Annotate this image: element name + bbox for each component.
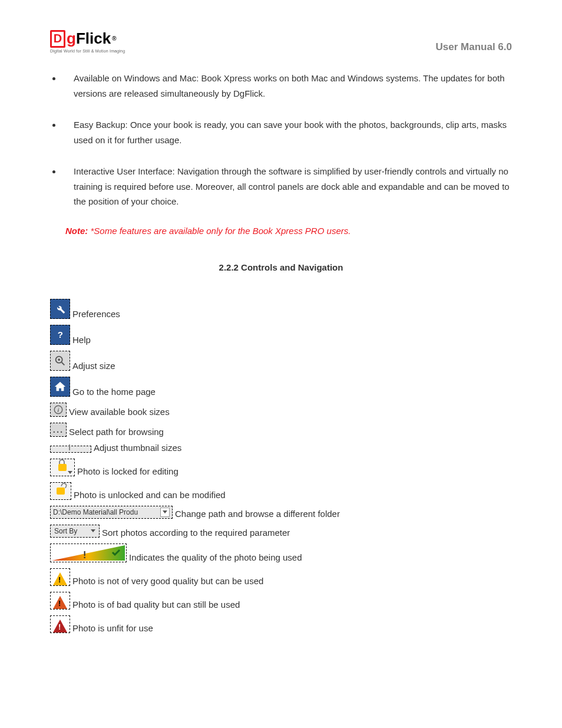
page-header: DgFlick® Digital World for Still & Motio… [50,29,512,53]
control-label: Indicates the quality of the photo being… [129,552,302,562]
control-label: Photo is locked for editing [77,466,178,476]
logo-flick: Flick [76,29,111,48]
dgflick-logo: DgFlick® [50,29,125,48]
control-label: Go to the home page [72,387,156,397]
path-dropdown[interactable]: D:\Demo Material\all Produ [50,506,173,519]
control-label: Adjust size [72,361,115,371]
logo-block: DgFlick® Digital World for Still & Motio… [50,29,125,53]
feature-item: Interactive User Interface: Navigation t… [62,164,512,209]
control-row: Photo is of bad quality but can still be… [50,592,512,610]
sort-value: Sort By [54,527,77,535]
svg-point-3 [58,358,60,361]
controls-list: Preferences ? Help Adjust size Go to the… [50,299,512,633]
unlock-icon [50,482,71,500]
quality-gradient-icon: ! [50,543,127,562]
logo-tagline: Digital World for Still & Motion Imaging [50,49,125,53]
svg-text:i: i [58,406,59,413]
magnifier-icon [50,351,70,371]
feature-item: Available on Windows and Mac: Book Xpres… [62,71,512,101]
svg-text:!: ! [83,550,86,560]
lock-icon [50,459,75,476]
feature-item: Easy Backup: Once your book is ready, yo… [62,117,512,147]
warning-red-icon [50,615,70,633]
note-line: Note: *Some features are available only … [65,226,512,236]
svg-text:?: ? [58,330,63,340]
info-icon: i [50,403,67,417]
control-row: Go to the home page [50,377,512,397]
feature-list: Available on Windows and Mac: Book Xpres… [50,71,512,209]
control-row: Photo is unlocked and can be modified [50,482,512,500]
home-icon [50,377,70,397]
sort-dropdown[interactable]: Sort By [50,525,100,538]
warning-orange-icon [50,592,70,610]
note-text: *Some features are available only for th… [91,226,351,236]
control-row: Photo is not of very good quality but ca… [50,568,512,586]
control-label: Change path and browse a different folde… [175,509,340,519]
ellipsis-icon: ... [50,423,67,437]
control-label: Photo is not of very good quality but ca… [72,576,263,586]
control-row: Preferences [50,299,512,319]
control-row: D:\Demo Material\all Produ Change path a… [50,506,512,519]
control-row: Photo is unfit for use [50,615,512,633]
control-row: Photo is locked for editing [50,459,512,476]
control-row: i View available book sizes [50,403,512,417]
control-row: ... Select path for browsing [50,423,512,437]
note-label: Note: [65,226,91,236]
help-icon: ? [50,325,70,345]
control-label: Preferences [72,309,120,319]
section-title: 2.2.2 Controls and Navigation [50,262,512,272]
logo-g: g [67,29,76,48]
control-label: Help [72,335,91,345]
logo-reg: ® [112,35,116,42]
dropdown-arrow-icon [91,529,95,532]
control-row: ! Indicates the quality of the photo bei… [50,543,512,562]
path-value: D:\Demo Material\all Produ [53,508,138,516]
control-row: ? Help [50,325,512,345]
control-label: Photo is of bad quality but can still be… [72,599,240,610]
control-label: View available book sizes [69,407,170,417]
svg-line-2 [62,362,65,365]
control-label: Sort photos according to the required pa… [102,528,290,538]
control-row: Adjust size [50,351,512,371]
warning-yellow-icon [50,568,70,586]
wrench-icon [50,299,70,319]
control-label: Photo is unlocked and can be modified [74,490,226,500]
control-label: Select path for browsing [69,427,164,437]
control-label: Photo is unfit for use [72,623,153,633]
control-row: Adjust thumbnail sizes [50,443,512,453]
control-row: Sort By Sort photos according to the req… [50,525,512,538]
dropdown-arrow-icon [160,508,170,517]
slider-icon [50,446,91,453]
control-label: Adjust thumbnail sizes [94,443,181,453]
manual-title: User Manual 6.0 [436,41,512,53]
